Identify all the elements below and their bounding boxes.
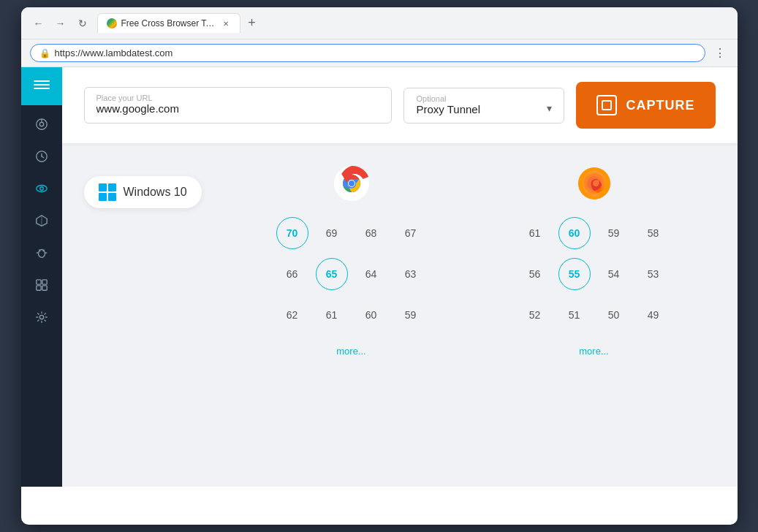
sidebar-logo[interactable] bbox=[21, 67, 62, 105]
url-input-label: Place your URL bbox=[96, 94, 153, 102]
svg-rect-16 bbox=[42, 280, 46, 284]
browser-grid: Windows 10 bbox=[62, 144, 738, 374]
firefox-version-51[interactable]: 51 bbox=[558, 299, 591, 331]
sidebar bbox=[21, 67, 62, 487]
sidebar-item-screenshot[interactable] bbox=[27, 175, 56, 205]
top-toolbar: Place your URL Optional Proxy Tunnel ▾ bbox=[62, 67, 738, 144]
chrome-version-64[interactable]: 64 bbox=[355, 258, 387, 290]
firefox-version-60[interactable]: 60 bbox=[558, 217, 591, 249]
chrome-version-65[interactable]: 65 bbox=[316, 258, 348, 290]
sidebar-nav bbox=[27, 105, 56, 487]
menu-icon bbox=[34, 80, 50, 92]
svg-rect-17 bbox=[36, 286, 40, 290]
sidebar-item-integrations[interactable] bbox=[27, 272, 56, 301]
browser-columns: Windows 10 bbox=[84, 162, 716, 357]
capture-icon-inner bbox=[602, 100, 612, 110]
eye-icon bbox=[35, 182, 48, 198]
chrome-more-link[interactable]: more... bbox=[336, 340, 365, 357]
chrome-column: 70 69 68 67 66 65 64 63 62 61 60 bbox=[230, 162, 473, 357]
os-label: Windows 10 bbox=[124, 186, 187, 199]
chrome-version-59[interactable]: 59 bbox=[395, 299, 427, 331]
settings-icon bbox=[35, 311, 48, 327]
svg-point-19 bbox=[39, 315, 43, 319]
chrome-version-63[interactable]: 63 bbox=[395, 258, 427, 290]
address-bar-row: 🔒 https://www.lambdatest.com ⋮ bbox=[21, 39, 738, 67]
firefox-version-54[interactable]: 54 bbox=[598, 258, 630, 290]
svg-point-1 bbox=[39, 122, 43, 126]
clock-icon bbox=[35, 150, 48, 166]
firefox-logo-row bbox=[577, 162, 612, 205]
sidebar-item-debug[interactable] bbox=[27, 240, 56, 269]
capture-button[interactable]: CAPTURE bbox=[576, 82, 715, 129]
firefox-version-55[interactable]: 55 bbox=[558, 258, 591, 290]
chrome-version-67[interactable]: 67 bbox=[395, 217, 427, 249]
new-tab-button[interactable]: + bbox=[243, 15, 261, 32]
integration-icon bbox=[35, 278, 48, 294]
proxy-select[interactable]: Optional Proxy Tunnel ▾ bbox=[403, 88, 564, 123]
dashboard-icon bbox=[35, 118, 48, 134]
chevron-down-icon: ▾ bbox=[547, 95, 552, 114]
tab-title: Free Cross Browser Testing Clou... bbox=[121, 18, 216, 28]
svg-point-6 bbox=[36, 186, 46, 192]
windows-logo bbox=[99, 183, 116, 201]
capture-label: CAPTURE bbox=[626, 98, 694, 113]
chrome-version-68[interactable]: 68 bbox=[355, 217, 387, 249]
firefox-version-49[interactable]: 49 bbox=[637, 299, 670, 331]
reload-button[interactable]: ↻ bbox=[74, 15, 91, 32]
svg-rect-15 bbox=[36, 280, 40, 284]
sidebar-item-settings[interactable] bbox=[27, 304, 56, 333]
sidebar-item-dashboard[interactable] bbox=[27, 111, 56, 140]
bug-icon bbox=[35, 246, 48, 262]
svg-line-5 bbox=[42, 156, 44, 158]
cube-icon bbox=[35, 214, 48, 230]
chrome-version-70[interactable]: 70 bbox=[276, 217, 308, 249]
url-input-container[interactable]: Place your URL bbox=[84, 87, 393, 123]
svg-point-24 bbox=[349, 180, 355, 186]
url-display: https://www.lambdatest.com bbox=[55, 48, 696, 58]
firefox-column: 61 60 59 58 56 55 54 53 52 51 50 bbox=[473, 162, 716, 357]
tab-close-button[interactable]: ✕ bbox=[221, 18, 231, 28]
firefox-icon bbox=[577, 166, 612, 201]
chrome-logo-row bbox=[334, 162, 369, 205]
firefox-version-grid: 61 60 59 58 56 55 54 53 52 51 50 bbox=[517, 217, 672, 357]
os-badge[interactable]: Windows 10 bbox=[84, 176, 202, 208]
chrome-icon bbox=[334, 166, 369, 201]
firefox-version-59[interactable]: 59 bbox=[598, 217, 630, 249]
active-tab[interactable]: Free Cross Browser Testing Clou... ✕ bbox=[97, 13, 240, 33]
capture-icon bbox=[596, 95, 617, 115]
chrome-version-62[interactable]: 62 bbox=[276, 299, 308, 331]
chrome-version-61[interactable]: 61 bbox=[316, 299, 348, 331]
forward-button[interactable]: → bbox=[52, 15, 69, 32]
browser-more-button[interactable]: ⋮ bbox=[711, 45, 729, 62]
chrome-version-69[interactable]: 69 bbox=[316, 217, 348, 249]
os-column: Windows 10 bbox=[84, 162, 230, 208]
sidebar-item-history[interactable] bbox=[27, 143, 56, 172]
firefox-version-56[interactable]: 56 bbox=[519, 258, 551, 290]
firefox-version-50[interactable]: 50 bbox=[598, 299, 630, 331]
chrome-version-grid: 70 69 68 67 66 65 64 63 62 61 60 bbox=[274, 217, 429, 357]
tab-favicon bbox=[107, 18, 117, 28]
chrome-version-66[interactable]: 66 bbox=[276, 258, 308, 290]
back-button[interactable]: ← bbox=[30, 15, 48, 32]
address-bar[interactable]: 🔒 https://www.lambdatest.com bbox=[30, 44, 705, 62]
firefox-more-link[interactable]: more... bbox=[579, 340, 608, 357]
browser-titlebar: ← → ↻ Free Cross Browser Testing Clou...… bbox=[21, 7, 738, 39]
proxy-label: Optional bbox=[416, 94, 446, 103]
sidebar-item-cube[interactable] bbox=[27, 208, 56, 237]
tab-bar: Free Cross Browser Testing Clou... ✕ + bbox=[97, 13, 729, 33]
main-content: Place your URL Optional Proxy Tunnel ▾ bbox=[62, 67, 738, 487]
svg-point-7 bbox=[39, 187, 43, 191]
svg-rect-18 bbox=[42, 286, 46, 290]
firefox-version-61[interactable]: 61 bbox=[519, 217, 551, 249]
browser-controls: ← → ↻ bbox=[30, 15, 91, 32]
firefox-version-52[interactable]: 52 bbox=[519, 299, 551, 331]
firefox-version-53[interactable]: 53 bbox=[637, 258, 670, 290]
firefox-version-58[interactable]: 58 bbox=[637, 217, 670, 249]
chrome-version-60[interactable]: 60 bbox=[355, 299, 387, 331]
